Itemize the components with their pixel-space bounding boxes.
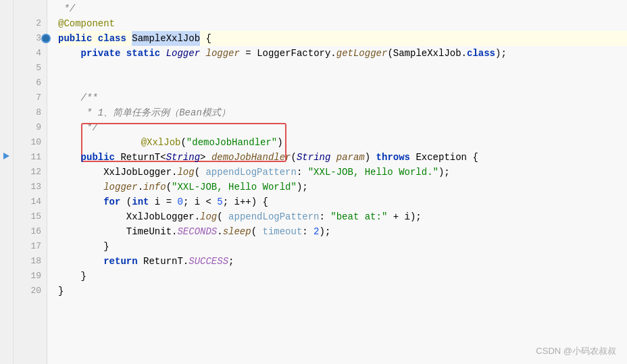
gutter-2	[0, 15, 13, 30]
token-13-p2: );	[297, 180, 308, 194]
token-11-indent	[58, 150, 81, 165]
token-16-static: SECONDS	[177, 224, 217, 239]
token-15-namedparam: appendLogPattern	[228, 209, 319, 224]
code-line-2: @Component	[58, 16, 627, 31]
token-12-colon: :	[297, 165, 308, 180]
token-15-str: "beat at:"	[330, 209, 387, 224]
line-numbers: 2 3 4 5 6 7 8 9 10 11 12 13 14 15 16 17 …	[14, 0, 47, 364]
token-18-indent	[58, 254, 103, 269]
token-4-eq: =	[240, 46, 257, 61]
linenum-9: 9	[14, 120, 41, 135]
token-15-plus: + i);	[387, 209, 421, 224]
gutter-12	[0, 163, 13, 178]
token-10-paren2: )	[277, 137, 282, 148]
linenum-16: 16	[14, 224, 41, 239]
code-line-16: TimeUnit. SECONDS . sleep ( timeout : 2 …	[58, 224, 627, 239]
code-line-10: @XxlJob("demoJobHandler")	[58, 135, 627, 150]
gutter-13	[0, 178, 13, 193]
editor-container: 2 3 4 5 6 7 8 9 10 11 12 13 14 15 16 17 …	[0, 0, 627, 364]
token-3-classname: SampleXxlJob	[132, 31, 200, 46]
token-16-dot: .	[217, 224, 222, 239]
token-15-method: log	[200, 209, 217, 224]
code-line-14: for ( int i = 0 ; i < 5 ; i++) {	[58, 194, 627, 209]
token-14-kw2: int	[132, 194, 149, 209]
token-12-indent: XxlJobLogger.	[58, 165, 177, 180]
token-11-exc: Exception {	[416, 150, 478, 165]
code-line-7: /**	[58, 90, 627, 105]
linenum-12: 12	[14, 165, 41, 180]
token-4-kw2: static	[126, 46, 160, 61]
token-11-sp3	[410, 150, 416, 165]
token-3-kw2: class	[98, 31, 126, 46]
token-4-sp1	[120, 46, 126, 61]
linenum-11: 11	[14, 150, 41, 165]
token-13-str: "XXL-JOB, Hello World"	[172, 180, 297, 194]
linenum-17: 17	[14, 239, 41, 254]
linenum-2: 2	[14, 16, 41, 31]
token-16-num: 2	[314, 224, 319, 239]
token-11-ret: ReturnT<	[120, 150, 166, 165]
gutter-18	[0, 253, 13, 267]
token-4-paren2: );	[495, 46, 507, 61]
linenum-10: 10	[14, 135, 41, 150]
token-10-indent	[58, 135, 81, 150]
token-12-p1: (	[195, 165, 206, 180]
token-4-classkw: class	[467, 46, 495, 61]
token-13-var: logger	[103, 180, 137, 194]
run-icon[interactable]	[3, 153, 9, 159]
token-18-semi: ;	[228, 254, 234, 269]
token-4-var: logger	[205, 46, 239, 61]
token-16-indent: TimeUnit.	[58, 224, 177, 239]
token-13-p1: (	[166, 180, 172, 194]
linenum-1	[14, 1, 41, 16]
code-area: 2 3 4 5 6 7 8 9 10 11 12 13 14 15 16 17 …	[0, 0, 627, 364]
gutter-17	[0, 238, 13, 253]
code-line-12: XxlJobLogger. log ( appendLogPattern : "…	[58, 165, 627, 180]
token-3-kw1: public	[58, 31, 92, 46]
linenum-7: 7	[14, 90, 41, 105]
linenum-8: 8	[14, 105, 41, 120]
token-4-sp2	[160, 46, 166, 61]
token-14-num2: 5	[217, 194, 222, 209]
code-line-17: }	[58, 239, 627, 254]
token-11-throws: throws	[376, 150, 410, 165]
gutter-14	[0, 193, 13, 208]
token-11-method: demoJobHandler	[211, 150, 291, 165]
token-14-semi1: ; i <	[183, 194, 217, 209]
token-10-str: "demoJobHandler"	[186, 137, 277, 148]
linenum-19: 19	[14, 269, 41, 284]
linenum-6: 6	[14, 76, 41, 90]
linenum-4: 4	[14, 46, 41, 61]
code-line-18: return ReturnT. SUCCESS ;	[58, 254, 627, 269]
linenum-13: 13	[14, 180, 41, 194]
token-3-sp2	[126, 31, 132, 46]
token-4-kw1: private	[81, 46, 121, 61]
token-16-method: sleep	[223, 224, 251, 239]
token-1-1: */	[58, 1, 75, 16]
token-15-indent: XxlJobLogger.	[58, 209, 200, 224]
token-14-semi2: ; i++) {	[223, 194, 268, 209]
gutter-16	[0, 223, 13, 238]
gutter-5	[0, 59, 13, 74]
token-12-str: "XXL-JOB, Hello World."	[308, 165, 438, 180]
token-4-classref: SampleXxlJob.	[393, 46, 467, 61]
token-18-sp: ReturnT.	[138, 254, 189, 269]
token-12-namedparam: appendLogPattern	[205, 165, 296, 180]
linenum-18: 18	[14, 254, 41, 269]
token-4-factory: LoggerFactory.	[257, 46, 336, 61]
token-11-gt: >	[200, 150, 211, 165]
token-15-colon: :	[320, 209, 331, 224]
gutter-11[interactable]	[0, 149, 13, 163]
token-14-p1: (	[120, 194, 132, 209]
code-line-1: */	[58, 1, 627, 16]
token-4-type: Logger	[166, 46, 200, 61]
code-line-4: private static Logger logger = LoggerFac…	[58, 46, 627, 61]
token-4-indent	[58, 46, 81, 61]
token-4-method: getLogger	[336, 46, 388, 61]
left-gutter	[0, 0, 14, 364]
gutter-15	[0, 208, 13, 223]
token-15-p1: (	[217, 209, 228, 224]
token-10-anno: @XxlJob	[141, 137, 181, 148]
code-line-11: public ReturnT< String > demoJobHandler …	[58, 150, 627, 165]
linenum-15: 15	[14, 209, 41, 224]
